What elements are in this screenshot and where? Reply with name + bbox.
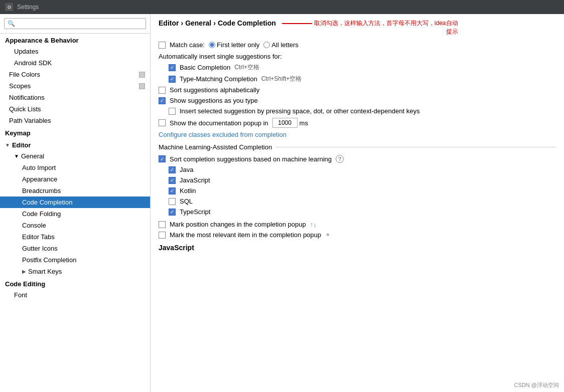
mark-relevant-label: Mark the most relevant item in the compl…	[170, 231, 321, 239]
sidebar-item-postfix-completion[interactable]: Postfix Completion	[0, 254, 150, 266]
annotation-line2: 提示	[446, 28, 458, 35]
javascript-label: JavaScript	[180, 176, 210, 184]
group-code-editing: Code Editing	[0, 277, 150, 289]
insert-suggestion-row: Insert selected suggestion by pressing s…	[169, 107, 556, 115]
main-layout: Appearance & Behavior Updates Android SD…	[0, 14, 564, 392]
sidebar-item-console[interactable]: Console	[0, 220, 150, 231]
sidebar-item-android-sdk[interactable]: Android SDK	[0, 57, 150, 69]
sidebar-item-editor-tabs[interactable]: Editor Tabs	[0, 231, 150, 243]
kotlin-row: ✓ Kotlin	[169, 187, 556, 194]
basic-completion-row: ✓ Basic Completion Ctrl+空格	[169, 63, 556, 72]
title-text: Settings	[17, 4, 39, 11]
ml-help-icon[interactable]: ?	[336, 155, 344, 163]
ml-section-divider: Machine Learning-Assisted Completion	[159, 143, 556, 151]
configure-link-row: Configure classes excluded from completi…	[159, 131, 556, 138]
java-label: Java	[180, 166, 193, 173]
sidebar-item-general[interactable]: ▼ General	[0, 150, 150, 162]
basic-completion-label: Basic Completion	[180, 64, 230, 71]
file-colors-icon	[139, 72, 145, 78]
match-case-radio-group: First letter only All letters	[209, 41, 299, 49]
up-down-arrows-icon: ↑↓	[310, 221, 317, 228]
search-input[interactable]	[4, 18, 146, 29]
sidebar-item-font[interactable]: Font	[0, 289, 150, 301]
breadcrumb-part-3: Code Completion	[218, 19, 276, 27]
show-suggestions-row: ✓ Show suggestions as you type	[159, 97, 556, 104]
ml-section-label: Machine Learning-Assisted Completion	[159, 143, 272, 151]
show-doc-label: Show the documentation popup in	[170, 119, 268, 127]
annotation-block: 取消勾选，这样输入方法，首字母不用大写，idea自动 提示	[282, 19, 458, 36]
basic-completion-checkbox[interactable]: ✓	[169, 64, 176, 71]
sep-2: ›	[213, 19, 216, 27]
app-icon: ⚙	[5, 3, 13, 11]
sort-alpha-label: Sort suggestions alphabetically	[170, 86, 259, 94]
sidebar-item-breadcrumbs[interactable]: Breadcrumbs	[0, 185, 150, 197]
sidebar-item-smart-keys[interactable]: ▶ Smart Keys	[0, 266, 150, 277]
mark-position-checkbox[interactable]	[159, 221, 166, 228]
kotlin-checkbox[interactable]: ✓	[169, 187, 176, 194]
sidebar-item-appearance[interactable]: Appearance	[0, 173, 150, 185]
auto-insert-section-label: Automatically insert single suggestions …	[159, 53, 556, 60]
radio-all-letters[interactable]: All letters	[263, 41, 298, 49]
sidebar-item-quick-lists[interactable]: Quick Lists	[0, 103, 150, 115]
show-doc-popup-row: Show the documentation popup in ms	[159, 118, 556, 128]
group-appearance-behavior: Appearance & Behavior	[0, 34, 150, 46]
sidebar-item-gutter-icons[interactable]: Gutter Icons	[0, 243, 150, 254]
bottom-section-js: JavaScript	[159, 244, 556, 252]
show-suggestions-checkbox[interactable]: ✓	[159, 97, 166, 104]
asterisk-icon: ✦	[325, 231, 331, 239]
insert-suggestion-checkbox[interactable]	[169, 108, 176, 115]
annotation-line	[282, 23, 312, 24]
show-suggestions-label: Show suggestions as you type	[170, 97, 258, 104]
typescript-label: TypeScript	[180, 208, 210, 216]
match-case-label: Match case:	[170, 41, 205, 49]
typescript-row: ✓ TypeScript	[169, 208, 556, 216]
show-doc-checkbox[interactable]	[159, 119, 166, 126]
group-editor[interactable]: ▼ Editor	[0, 138, 150, 150]
javascript-checkbox[interactable]: ✓	[169, 177, 176, 184]
breadcrumb: Editor › General › Code Completion	[159, 19, 276, 27]
sql-checkbox[interactable]	[169, 198, 176, 205]
typescript-checkbox[interactable]: ✓	[169, 209, 176, 216]
type-matching-shortcut: Ctrl+Shift+空格	[261, 75, 302, 83]
sidebar-list: Appearance & Behavior Updates Android SD…	[0, 34, 150, 392]
sidebar-item-code-completion[interactable]: Code Completion	[0, 197, 150, 208]
basic-completion-shortcut: Ctrl+空格	[234, 63, 259, 72]
sep-1: ›	[181, 19, 183, 27]
annotation-line1: 取消勾选，这样输入方法，首字母不用大写，idea自动	[314, 19, 458, 28]
sidebar-item-updates[interactable]: Updates	[0, 46, 150, 57]
breadcrumb-part-1: Editor	[159, 19, 179, 27]
breadcrumb-area: Editor › General › Code Completion 取消勾选，…	[151, 14, 564, 38]
type-matching-row: ✓ Type-Matching Completion Ctrl+Shift+空格	[169, 75, 556, 83]
sort-ml-row: ✓ Sort completion suggestions based on m…	[159, 155, 556, 163]
radio-first-letter[interactable]: First letter only	[209, 41, 259, 49]
sql-row: SQL	[169, 198, 556, 205]
mark-position-row: Mark position changes in the completion …	[159, 221, 556, 228]
mark-relevant-row: Mark the most relevant item in the compl…	[159, 231, 556, 239]
sort-alpha-checkbox[interactable]	[159, 87, 166, 94]
sidebar-item-auto-import[interactable]: Auto Import	[0, 162, 150, 173]
ml-divider-line	[276, 147, 556, 147]
sort-ml-checkbox[interactable]: ✓	[159, 155, 166, 162]
ms-value-input[interactable]	[272, 118, 298, 128]
group-keymap: Keymap	[0, 126, 150, 138]
sql-label: SQL	[180, 198, 193, 205]
sidebar-item-notifications[interactable]: Notifications	[0, 92, 150, 103]
sidebar-item-file-colors[interactable]: File Colors	[0, 69, 150, 80]
type-matching-checkbox[interactable]: ✓	[169, 76, 176, 83]
sidebar-item-code-folding[interactable]: Code Folding	[0, 208, 150, 220]
sidebar-item-path-variables[interactable]: Path Variables	[0, 115, 150, 126]
mark-relevant-checkbox[interactable]	[159, 232, 166, 239]
javascript-row: ✓ JavaScript	[169, 176, 556, 184]
match-case-checkbox[interactable]	[159, 42, 166, 49]
match-case-row: Match case: First letter only All letter…	[159, 41, 556, 49]
search-box[interactable]	[0, 14, 150, 34]
watermark: CSDN @浮动空间	[514, 381, 559, 389]
breadcrumb-part-2: General	[185, 19, 211, 27]
mark-position-label: Mark position changes in the completion …	[170, 221, 306, 228]
title-bar: ⚙ Settings	[0, 0, 564, 14]
ms-unit: ms	[300, 119, 308, 127]
sidebar-item-scopes[interactable]: Scopes	[0, 80, 150, 92]
configure-link[interactable]: Configure classes excluded from completi…	[159, 131, 287, 138]
content-body: Match case: First letter only All letter…	[151, 38, 564, 392]
java-checkbox[interactable]: ✓	[169, 166, 176, 173]
